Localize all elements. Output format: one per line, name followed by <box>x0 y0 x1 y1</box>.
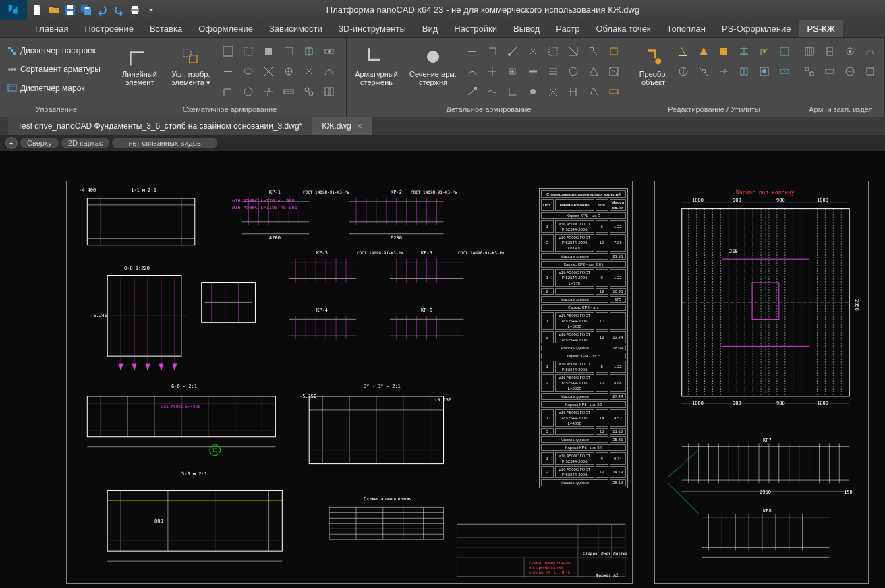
drawing-canvas[interactable]: 1-1 м 2:1 0-0 1:220 6-6 м 2:1 3-3 м 2:1 … <box>0 151 885 588</box>
tool-icon[interactable] <box>714 42 733 61</box>
tab-raster[interactable]: Растр <box>548 20 588 37</box>
tool-icon[interactable] <box>503 82 522 101</box>
tool-icon[interactable] <box>604 82 623 101</box>
tab-ps-layout[interactable]: PS-Оформление <box>714 20 799 37</box>
tool-icon[interactable] <box>755 42 774 61</box>
tool-icon[interactable] <box>279 82 298 101</box>
tool-icon[interactable] <box>694 62 713 81</box>
tool-icon[interactable] <box>800 42 819 61</box>
tool-icon[interactable] <box>755 62 774 81</box>
tool-icon[interactable] <box>279 62 298 81</box>
tool-icon[interactable] <box>735 62 753 81</box>
tab-insert[interactable]: Вставка <box>142 20 190 37</box>
add-view-button[interactable]: + <box>5 137 18 149</box>
app-logo[interactable] <box>0 0 27 20</box>
tool-icon[interactable] <box>544 42 563 61</box>
tab-view[interactable]: Вид <box>414 20 447 37</box>
tab-settings[interactable]: Настройки <box>446 20 505 37</box>
tool-icon[interactable] <box>775 42 794 61</box>
tool-icon[interactable] <box>219 62 237 81</box>
tool-icon[interactable] <box>861 62 880 81</box>
tool-icon[interactable] <box>523 42 542 61</box>
tab-output[interactable]: Вывод <box>505 20 548 37</box>
tab-build[interactable]: Построение <box>76 20 141 37</box>
document-tab[interactable]: КЖ.dwg × <box>312 117 372 135</box>
rebar-bar-button[interactable]: Арматурный стержень <box>349 42 403 89</box>
tool-icon[interactable] <box>604 42 623 61</box>
tool-icon[interactable] <box>800 62 819 81</box>
tab-3d[interactable]: 3D-инструменты <box>331 20 414 37</box>
tool-icon[interactable] <box>523 82 542 101</box>
tool-icon[interactable] <box>584 82 603 101</box>
tool-icon[interactable] <box>674 62 693 81</box>
tool-icon[interactable] <box>299 42 318 61</box>
tool-icon[interactable] <box>259 62 278 81</box>
tool-icon[interactable] <box>219 42 237 61</box>
tool-icon[interactable] <box>735 42 753 61</box>
tab-constraints[interactable]: Зависимости <box>261 20 331 37</box>
tool-icon[interactable] <box>604 62 623 81</box>
tool-icon[interactable] <box>544 82 563 101</box>
tool-icon[interactable] <box>503 62 522 81</box>
linear-element-button[interactable]: Линейный элемент <box>116 42 163 89</box>
view-linked-pill[interactable]: --- нет связанных видов --- <box>112 138 217 148</box>
tool-icon[interactable] <box>320 62 339 81</box>
save-icon[interactable] <box>63 3 77 17</box>
save-all-icon[interactable] <box>80 3 93 17</box>
settings-manager-button[interactable]: Диспетчер настроек <box>3 42 110 59</box>
tab-home[interactable]: Главная <box>27 20 76 37</box>
tool-icon[interactable] <box>463 82 482 101</box>
tool-icon[interactable] <box>584 42 603 61</box>
tool-icon[interactable] <box>463 62 482 81</box>
tool-icon[interactable] <box>674 42 693 61</box>
tool-icon[interactable] <box>279 42 298 61</box>
tool-icon[interactable] <box>861 42 880 61</box>
tool-icon[interactable] <box>840 62 859 81</box>
tool-icon[interactable] <box>820 62 839 81</box>
tool-icon[interactable] <box>503 42 522 61</box>
tool-icon[interactable] <box>840 42 859 61</box>
view-2d-pill[interactable]: 2D-каркас <box>61 138 110 148</box>
tab-pointclouds[interactable]: Облака точек <box>588 20 659 37</box>
tool-icon[interactable] <box>239 62 258 81</box>
tool-icon[interactable] <box>694 42 713 61</box>
tool-icon[interactable] <box>584 62 603 81</box>
tool-icon[interactable] <box>714 62 733 81</box>
tool-icon[interactable] <box>544 62 563 81</box>
redo-icon[interactable] <box>112 3 125 17</box>
tab-layout[interactable]: Оформление <box>190 20 261 37</box>
close-icon[interactable]: × <box>357 121 362 131</box>
print-icon[interactable] <box>128 3 142 17</box>
tool-icon[interactable] <box>483 62 502 81</box>
tab-topoplan[interactable]: Топоплан <box>659 20 714 37</box>
tool-icon[interactable] <box>564 82 583 101</box>
open-folder-icon[interactable] <box>47 3 61 17</box>
document-tab[interactable]: Test drive_nanoCAD Фундаменты_3_6_столб … <box>8 117 312 135</box>
tool-icon[interactable] <box>320 42 339 61</box>
mark-manager-button[interactable]: Диспетчер марок <box>3 80 110 97</box>
tool-icon[interactable] <box>219 82 237 101</box>
tool-icon[interactable] <box>564 42 583 61</box>
tool-icon[interactable] <box>259 42 278 61</box>
tool-icon[interactable] <box>239 82 258 101</box>
tool-icon[interactable] <box>299 82 318 101</box>
rebar-sortament-button[interactable]: Сортамент арматуры <box>3 61 110 78</box>
tab-ps-kzh[interactable]: PS-КЖ <box>799 20 843 37</box>
tool-icon[interactable] <box>299 62 318 81</box>
tool-icon[interactable] <box>239 42 258 61</box>
conv-element-button[interactable]: Усл. изобр. элемента ▾ <box>165 42 217 89</box>
dropdown-icon[interactable] <box>144 3 158 17</box>
tool-icon[interactable] <box>775 62 794 81</box>
rebar-section-button[interactable]: Сечение арм. стержня <box>405 42 461 89</box>
undo-icon[interactable] <box>96 3 109 17</box>
tool-icon[interactable] <box>523 62 542 81</box>
tool-icon[interactable] <box>483 42 502 61</box>
tool-icon[interactable] <box>820 42 839 61</box>
new-doc-icon[interactable] <box>31 3 45 17</box>
tool-icon[interactable] <box>259 82 278 101</box>
tool-icon[interactable] <box>483 82 502 101</box>
view-top-pill[interactable]: Сверху <box>20 138 59 148</box>
tool-icon[interactable] <box>564 62 583 81</box>
tool-icon[interactable] <box>320 82 339 101</box>
tool-icon[interactable] <box>463 42 482 61</box>
